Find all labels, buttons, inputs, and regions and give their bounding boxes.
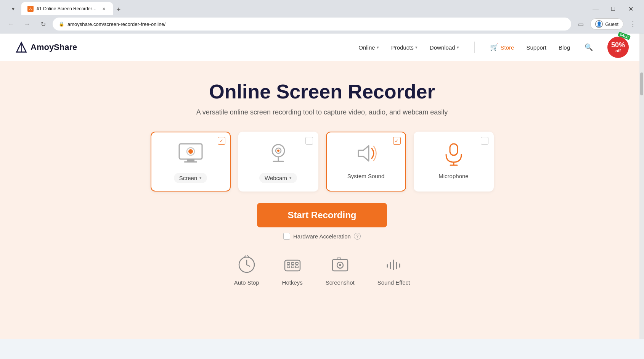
browser-menu-button[interactable]: ⋮ <box>626 18 639 31</box>
svg-rect-25 <box>287 266 290 268</box>
screen-checkbox[interactable]: ✓ <box>218 137 225 145</box>
svg-point-6 <box>188 149 193 154</box>
svg-rect-23 <box>291 262 294 264</box>
new-tab-button[interactable]: + <box>113 4 124 15</box>
reload-button[interactable]: ↻ <box>37 18 50 31</box>
nav-separator <box>474 42 475 53</box>
auto-stop-label: Auto Stop <box>234 279 259 286</box>
hotkeys-feature[interactable]: Hotkeys <box>282 255 303 286</box>
minimize-button[interactable]: — <box>587 2 604 15</box>
cart-icon: 🛒 <box>490 43 498 52</box>
webcam-label-row[interactable]: Webcam ▾ <box>259 173 297 183</box>
logo-icon <box>15 41 27 53</box>
auto-stop-icon <box>237 255 257 275</box>
nav-store[interactable]: 🛒 Store <box>490 43 514 52</box>
webcam-checkbox[interactable] <box>305 137 313 145</box>
webcam-dropdown-icon: ▾ <box>289 175 292 180</box>
tab-favicon: A <box>27 6 34 12</box>
scrollbar-thumb[interactable] <box>640 72 643 95</box>
tab-bar: A #1 Online Screen Recorder - Re ✕ + <box>21 2 584 15</box>
webcam-label: Webcam <box>265 175 287 181</box>
system-sound-option-card[interactable]: ✓ System Sound <box>326 132 406 192</box>
logo[interactable]: AmoyShare <box>15 41 77 53</box>
svg-rect-21 <box>285 260 300 271</box>
navbar: AmoyShare Online ▾ Products ▾ Download ▾… <box>0 34 644 61</box>
svg-line-18 <box>247 265 250 266</box>
sound-effect-icon <box>384 255 403 275</box>
screen-dropdown-icon: ▾ <box>199 175 202 180</box>
profile-avatar-icon: 👤 <box>595 20 603 28</box>
tab-dropdown-btn[interactable]: ▾ <box>8 3 18 14</box>
screen-icon-container <box>177 140 204 167</box>
sound-effect-label: Sound Effect <box>377 279 410 286</box>
microphone-icon-container <box>440 140 467 167</box>
window-controls-group: — □ ✕ <box>587 2 639 15</box>
svg-rect-24 <box>296 262 298 264</box>
nav-products[interactable]: Products ▾ <box>391 44 418 51</box>
screenshot-label: Screenshot <box>326 279 355 286</box>
security-icon: 🔒 <box>59 21 64 27</box>
sale-off-label: off <box>615 48 621 53</box>
back-button[interactable]: ← <box>5 18 18 31</box>
tab-close-btn[interactable]: ✕ <box>101 6 107 12</box>
sale-badge[interactable]: SALE 50% off <box>607 37 629 58</box>
hotkeys-label: Hotkeys <box>282 279 303 286</box>
microphone-option-card[interactable]: Microphone <box>414 132 494 192</box>
hero-section: Online Screen Recorder A versatile onlin… <box>0 61 644 309</box>
screenshot-icon <box>330 255 350 275</box>
forward-button[interactable]: → <box>21 18 34 31</box>
page-wrapper: AmoyShare Online ▾ Products ▾ Download ▾… <box>0 34 644 339</box>
profile-button[interactable]: 👤 Guest <box>590 18 623 30</box>
hero-title: Online Screen Recorder <box>15 80 629 103</box>
close-button[interactable]: ✕ <box>622 2 639 15</box>
logo-text: AmoyShare <box>31 42 77 52</box>
hardware-acceleration-label: Hardware Acceleration <box>293 233 351 240</box>
address-bar[interactable]: 🔒 amoyshare.com/screen-recorder-free-onl… <box>53 18 571 31</box>
nav-blog[interactable]: Blog <box>559 44 570 51</box>
system-sound-icon <box>353 140 379 167</box>
download-chevron-icon: ▾ <box>457 45 459 50</box>
nav-online[interactable]: Online ▾ <box>358 44 379 51</box>
hardware-acceleration-row: Hardware Acceleration ? <box>283 233 361 240</box>
webcam-option-card[interactable]: Webcam ▾ <box>238 132 318 192</box>
split-view-btn[interactable]: ▭ <box>574 18 587 31</box>
system-sound-checkbox[interactable]: ✓ <box>393 137 401 145</box>
svg-rect-4 <box>184 161 197 163</box>
start-recording-button[interactable]: Start Recording <box>257 203 387 227</box>
screen-option-card[interactable]: ✓ Screen ▾ <box>151 132 231 192</box>
svg-rect-26 <box>291 266 294 268</box>
cta-section: Start Recording Hardware Acceleration ? <box>15 203 629 240</box>
svg-marker-12 <box>358 146 369 161</box>
features-row: Auto Stop <box>15 240 629 297</box>
profile-name: Guest <box>605 21 618 27</box>
hotkeys-icon <box>283 255 302 275</box>
screenshot-feature[interactable]: Screenshot <box>326 255 355 286</box>
svg-rect-27 <box>296 266 298 268</box>
svg-point-30 <box>339 264 341 266</box>
system-sound-icon-container <box>353 140 379 167</box>
maximize-button[interactable]: □ <box>604 2 622 15</box>
svg-rect-13 <box>450 144 458 155</box>
microphone-label-row: Microphone <box>438 173 468 179</box>
browser-addressbar: ← → ↻ 🔒 amoyshare.com/screen-recorder-fr… <box>0 15 644 34</box>
webcam-icon-container <box>265 140 292 167</box>
microphone-label: Microphone <box>438 173 468 179</box>
page-content: AmoyShare Online ▾ Products ▾ Download ▾… <box>0 34 644 339</box>
hardware-acceleration-help-icon[interactable]: ? <box>354 233 361 240</box>
svg-rect-22 <box>287 262 290 264</box>
nav-support[interactable]: Support <box>526 44 546 51</box>
microphone-checkbox[interactable] <box>481 137 488 145</box>
search-button[interactable]: 🔍 <box>582 41 595 54</box>
system-sound-label-row: System Sound <box>347 173 385 179</box>
sale-circle[interactable]: SALE 50% off <box>607 37 629 58</box>
recording-options: ✓ Screen ▾ <box>15 132 629 192</box>
active-tab[interactable]: A #1 Online Screen Recorder - Re ✕ <box>21 2 113 15</box>
browser-chrome: ▾ A #1 Online Screen Recorder - Re ✕ + —… <box>0 0 644 34</box>
screen-label-row[interactable]: Screen ▾ <box>174 173 207 183</box>
sound-effect-feature[interactable]: Sound Effect <box>377 255 410 286</box>
scrollbar[interactable] <box>639 34 644 339</box>
auto-stop-feature[interactable]: Auto Stop <box>234 255 259 286</box>
nav-download[interactable]: Download ▾ <box>430 44 459 51</box>
hardware-acceleration-checkbox[interactable] <box>283 233 290 240</box>
screen-icon <box>177 142 204 165</box>
